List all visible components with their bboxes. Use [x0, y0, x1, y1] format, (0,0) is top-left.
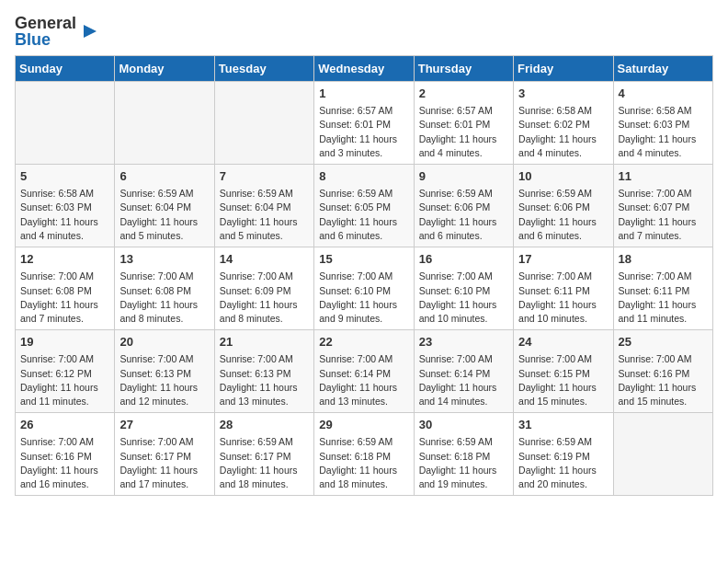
day-number: 25 — [619, 334, 708, 350]
day-info: Sunrise: 7:00 AM Sunset: 6:10 PM Dayligh… — [419, 270, 508, 326]
day-number: 28 — [220, 417, 309, 433]
calendar-cell: 24Sunrise: 7:00 AM Sunset: 6:15 PM Dayli… — [514, 330, 613, 413]
day-info: Sunrise: 7:00 AM Sunset: 6:14 PM Dayligh… — [419, 352, 508, 408]
day-info: Sunrise: 6:59 AM Sunset: 6:06 PM Dayligh… — [518, 187, 608, 243]
calendar-week-row: 12Sunrise: 7:00 AM Sunset: 6:08 PM Dayli… — [16, 247, 713, 330]
day-number: 20 — [119, 334, 209, 350]
day-info: Sunrise: 6:59 AM Sunset: 6:17 PM Dayligh… — [220, 435, 309, 491]
day-info: Sunrise: 6:57 AM Sunset: 6:01 PM Dayligh… — [319, 104, 408, 160]
day-number: 2 — [419, 86, 508, 102]
day-number: 15 — [319, 251, 408, 268]
day-number: 21 — [220, 334, 309, 350]
calendar-cell: 17Sunrise: 7:00 AM Sunset: 6:11 PM Dayli… — [514, 247, 613, 330]
calendar-week-row: 1Sunrise: 6:57 AM Sunset: 6:01 PM Daylig… — [16, 82, 713, 165]
calendar-header-sunday: Sunday — [16, 56, 115, 82]
day-info: Sunrise: 6:57 AM Sunset: 6:01 PM Dayligh… — [419, 104, 508, 160]
day-info: Sunrise: 6:59 AM Sunset: 6:04 PM Dayligh… — [220, 187, 309, 243]
day-number: 23 — [419, 334, 508, 350]
day-info: Sunrise: 7:00 AM Sunset: 6:12 PM Dayligh… — [20, 352, 109, 408]
day-number: 22 — [319, 334, 408, 350]
calendar-week-row: 19Sunrise: 7:00 AM Sunset: 6:12 PM Dayli… — [16, 330, 713, 413]
calendar-cell: 21Sunrise: 7:00 AM Sunset: 6:13 PM Dayli… — [214, 330, 313, 413]
day-number: 9 — [419, 168, 508, 185]
calendar-cell: 3Sunrise: 6:58 AM Sunset: 6:02 PM Daylig… — [514, 82, 613, 165]
day-info: Sunrise: 7:00 AM Sunset: 6:08 PM Dayligh… — [20, 270, 109, 326]
calendar-cell: 4Sunrise: 6:58 AM Sunset: 6:03 PM Daylig… — [613, 82, 712, 165]
day-number: 4 — [619, 86, 708, 102]
day-info: Sunrise: 7:00 AM Sunset: 6:08 PM Dayligh… — [119, 270, 209, 326]
calendar-cell: 25Sunrise: 7:00 AM Sunset: 6:16 PM Dayli… — [613, 330, 712, 413]
calendar-cell: 13Sunrise: 7:00 AM Sunset: 6:08 PM Dayli… — [115, 247, 214, 330]
calendar-cell: 14Sunrise: 7:00 AM Sunset: 6:09 PM Dayli… — [214, 247, 313, 330]
day-info: Sunrise: 7:00 AM Sunset: 6:11 PM Dayligh… — [619, 270, 708, 326]
day-info: Sunrise: 7:00 AM Sunset: 6:14 PM Dayligh… — [319, 352, 408, 408]
calendar-cell: 9Sunrise: 6:59 AM Sunset: 6:06 PM Daylig… — [414, 165, 513, 247]
day-info: Sunrise: 6:59 AM Sunset: 6:18 PM Dayligh… — [419, 435, 508, 491]
page-header: General Blue — [15, 15, 713, 48]
calendar-cell: 8Sunrise: 6:59 AM Sunset: 6:05 PM Daylig… — [314, 165, 414, 247]
calendar-cell: 12Sunrise: 7:00 AM Sunset: 6:08 PM Dayli… — [16, 247, 115, 330]
day-number: 29 — [319, 417, 408, 433]
calendar-cell: 19Sunrise: 7:00 AM Sunset: 6:12 PM Dayli… — [16, 330, 115, 413]
day-number: 18 — [619, 251, 708, 268]
day-number: 7 — [220, 168, 309, 185]
day-info: Sunrise: 6:59 AM Sunset: 6:19 PM Dayligh… — [518, 435, 608, 491]
calendar-table: SundayMondayTuesdayWednesdayThursdayFrid… — [15, 55, 713, 496]
day-number: 24 — [518, 334, 608, 350]
day-info: Sunrise: 7:00 AM Sunset: 6:17 PM Dayligh… — [119, 435, 209, 491]
calendar-cell: 10Sunrise: 6:59 AM Sunset: 6:06 PM Dayli… — [514, 165, 613, 247]
day-info: Sunrise: 7:00 AM Sunset: 6:07 PM Dayligh… — [619, 187, 708, 243]
day-info: Sunrise: 6:58 AM Sunset: 6:03 PM Dayligh… — [619, 104, 708, 160]
calendar-header-wednesday: Wednesday — [314, 56, 414, 82]
day-info: Sunrise: 6:59 AM Sunset: 6:04 PM Dayligh… — [119, 187, 209, 243]
calendar-header-saturday: Saturday — [613, 56, 712, 82]
calendar-cell — [16, 82, 115, 165]
calendar-cell — [214, 82, 313, 165]
day-info: Sunrise: 7:00 AM Sunset: 6:11 PM Dayligh… — [518, 270, 608, 326]
calendar-cell: 20Sunrise: 7:00 AM Sunset: 6:13 PM Dayli… — [115, 330, 214, 413]
calendar-cell: 2Sunrise: 6:57 AM Sunset: 6:01 PM Daylig… — [414, 82, 513, 165]
calendar-cell: 29Sunrise: 6:59 AM Sunset: 6:18 PM Dayli… — [314, 413, 414, 496]
day-number: 6 — [119, 168, 209, 185]
day-info: Sunrise: 7:00 AM Sunset: 6:13 PM Dayligh… — [119, 352, 209, 408]
day-info: Sunrise: 7:00 AM Sunset: 6:09 PM Dayligh… — [220, 270, 309, 326]
day-number: 19 — [20, 334, 109, 350]
calendar-cell: 30Sunrise: 6:59 AM Sunset: 6:18 PM Dayli… — [414, 413, 513, 496]
calendar-header-thursday: Thursday — [414, 56, 513, 82]
logo-icon — [80, 21, 100, 41]
calendar-header-row: SundayMondayTuesdayWednesdayThursdayFrid… — [16, 56, 713, 82]
day-info: Sunrise: 6:59 AM Sunset: 6:06 PM Dayligh… — [419, 187, 508, 243]
calendar-cell: 7Sunrise: 6:59 AM Sunset: 6:04 PM Daylig… — [214, 165, 313, 247]
day-number: 14 — [220, 251, 309, 268]
day-number: 8 — [319, 168, 408, 185]
day-number: 12 — [20, 251, 109, 268]
calendar-header-friday: Friday — [514, 56, 613, 82]
day-number: 10 — [518, 168, 608, 185]
day-number: 13 — [119, 251, 209, 268]
calendar-cell: 15Sunrise: 7:00 AM Sunset: 6:10 PM Dayli… — [314, 247, 414, 330]
svg-marker-0 — [84, 25, 97, 38]
logo-blue-text: Blue — [15, 31, 76, 48]
calendar-cell: 11Sunrise: 7:00 AM Sunset: 6:07 PM Dayli… — [613, 165, 712, 247]
calendar-cell: 6Sunrise: 6:59 AM Sunset: 6:04 PM Daylig… — [115, 165, 214, 247]
day-number: 17 — [518, 251, 608, 268]
calendar-cell: 31Sunrise: 6:59 AM Sunset: 6:19 PM Dayli… — [514, 413, 613, 496]
day-number: 26 — [20, 417, 109, 433]
calendar-cell: 5Sunrise: 6:58 AM Sunset: 6:03 PM Daylig… — [16, 165, 115, 247]
calendar-week-row: 5Sunrise: 6:58 AM Sunset: 6:03 PM Daylig… — [16, 165, 713, 247]
calendar-cell: 28Sunrise: 6:59 AM Sunset: 6:17 PM Dayli… — [214, 413, 313, 496]
day-number: 31 — [518, 417, 608, 433]
calendar-header-tuesday: Tuesday — [214, 56, 313, 82]
day-number: 27 — [119, 417, 209, 433]
calendar-cell: 26Sunrise: 7:00 AM Sunset: 6:16 PM Dayli… — [16, 413, 115, 496]
calendar-cell: 18Sunrise: 7:00 AM Sunset: 6:11 PM Dayli… — [613, 247, 712, 330]
day-info: Sunrise: 6:59 AM Sunset: 6:18 PM Dayligh… — [319, 435, 408, 491]
logo-general-text: General — [15, 15, 76, 31]
logo: General Blue — [15, 15, 100, 48]
day-info: Sunrise: 6:58 AM Sunset: 6:03 PM Dayligh… — [20, 187, 109, 243]
day-info: Sunrise: 6:58 AM Sunset: 6:02 PM Dayligh… — [518, 104, 608, 160]
calendar-cell — [115, 82, 214, 165]
calendar-cell: 16Sunrise: 7:00 AM Sunset: 6:10 PM Dayli… — [414, 247, 513, 330]
day-info: Sunrise: 7:00 AM Sunset: 6:10 PM Dayligh… — [319, 270, 408, 326]
calendar-cell — [613, 413, 712, 496]
